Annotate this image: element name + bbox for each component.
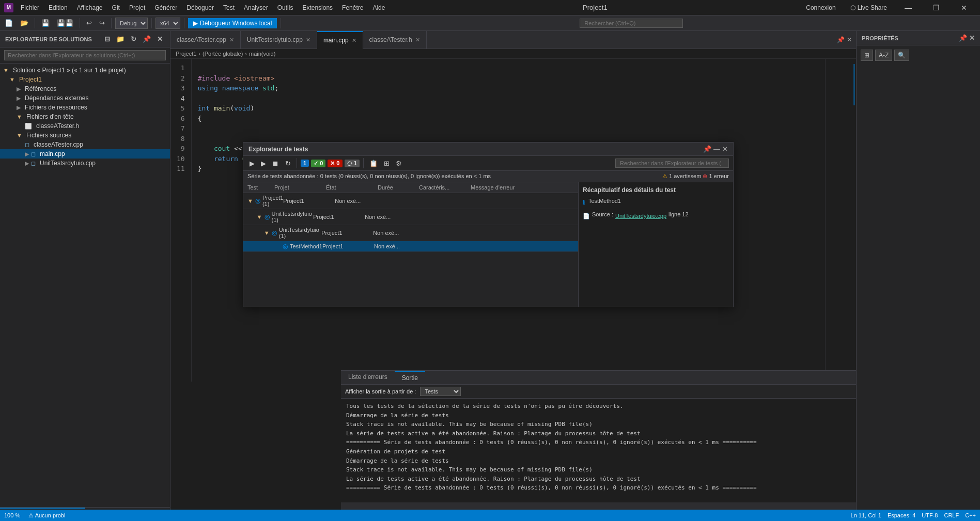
sidebar-item-resources[interactable]: ▶ Fichiers de ressources [0, 103, 170, 112]
status-right-items: Ln 11, Col 1 Espaces: 4 UTF-8 CRLF C++ [851, 512, 976, 518]
menu-outils[interactable]: Outils [273, 2, 298, 13]
test-settings-button[interactable]: ⚙ [394, 159, 404, 168]
output-source-select[interactable]: Tests Générer Déboguer [420, 387, 461, 396]
test-explorer-minimize-icon[interactable]: — [713, 145, 720, 153]
breadcrumb-func[interactable]: main(void) [249, 51, 275, 57]
sidebar-item-sources[interactable]: ▼ Fichiers sources [0, 131, 170, 140]
properties-alpha-btn[interactable]: A-Z [875, 50, 892, 61]
run-selected-tests-button[interactable]: ▶ [259, 159, 268, 168]
test-explorer-close-icon[interactable]: ✕ [722, 145, 728, 153]
close-button[interactable]: ✕ [952, 0, 976, 15]
test-row-project1[interactable]: ▼ ◎ Project1 (1) Project1 Non exé... [243, 193, 578, 209]
refresh-tests-button[interactable]: ↻ [283, 159, 293, 168]
properties-categories-btn[interactable]: ⊞ [861, 50, 873, 61]
menu-affichage[interactable]: Affichage [73, 2, 107, 13]
run-all-tests-button[interactable]: ▶ [247, 159, 257, 168]
sidebar-search-input[interactable] [4, 50, 166, 60]
restore-button[interactable]: ❐ [924, 0, 948, 15]
menu-fichier[interactable]: Fichier [17, 2, 43, 13]
menu-git[interactable]: Git [108, 2, 124, 13]
tab-classeatester-cpp[interactable]: classeATester.cpp ✕ [170, 31, 241, 49]
tab-error-list[interactable]: Liste d'erreurs [341, 371, 395, 384]
status-lang[interactable]: C++ [965, 512, 976, 518]
classeatester-cpp-label: classeATester.cpp [34, 141, 83, 148]
tree-item-solution[interactable]: ▼ Solution « Project1 » (« 1 sur 1 de pr… [0, 66, 170, 75]
minimize-button[interactable]: — [896, 0, 920, 15]
expand-icon-sources: ▼ [17, 132, 22, 138]
undo-button[interactable]: ↩ [84, 18, 95, 28]
config-dropdown[interactable]: Debug [115, 18, 148, 29]
sidebar-header: Explorateur de solutions ⊟ 📁 ↻ 📌 ✕ [0, 31, 170, 48]
live-share-button[interactable]: ⬡ Live Share [845, 2, 892, 13]
menu-fenetre[interactable]: Fenêtre [338, 2, 367, 13]
sidebar-item-classeatester-h[interactable]: ⬜ classeATester.h [0, 121, 170, 131]
collapse-all-icon[interactable]: ⊟ [102, 34, 112, 44]
global-search-input[interactable] [580, 19, 683, 28]
tab-classeatester-h[interactable]: classeATester.h ✕ [363, 31, 427, 49]
menu-aide[interactable]: Aide [368, 2, 389, 13]
col-error: Message d'erreur [471, 184, 574, 191]
tab-output[interactable]: Sortie [395, 371, 425, 384]
tree-item-project[interactable]: ▼ Project1 [0, 75, 170, 84]
test-row-unitclass[interactable]: ▼ ◎ UnitTestsrdytuio (1) Project1 Non ex… [243, 209, 578, 225]
breadcrumb-project[interactable]: Project1 [176, 51, 196, 57]
close-main-cpp-icon[interactable]: ✕ [352, 37, 356, 44]
properties-pin-icon[interactable]: 📌 [959, 34, 967, 42]
menu-test[interactable]: Test [219, 2, 239, 13]
tab-main-cpp[interactable]: main.cpp ✕ [317, 31, 363, 49]
sidebar-item-classeatester-cpp[interactable]: ◻ classeATester.cpp [0, 140, 170, 149]
refresh-icon[interactable]: ↻ [129, 34, 138, 44]
tab-unittestsrdytuio-cpp[interactable]: UnitTestsrdytuio.cpp ✕ [241, 31, 317, 49]
menu-analyser[interactable]: Analyser [240, 2, 272, 13]
redo-button[interactable]: ↪ [97, 18, 107, 28]
menu-edition[interactable]: Edition [44, 2, 72, 13]
status-spaces[interactable]: Espaces: 4 [888, 512, 915, 518]
test-explorer-pin-icon[interactable]: 📌 [703, 145, 711, 153]
status-line-col[interactable]: Ln 11, Col 1 [851, 512, 881, 518]
expand-icon-ut: ▶ [25, 160, 29, 167]
status-zoom[interactable]: 100 % [4, 512, 20, 518]
close-classeatester-cpp-icon[interactable]: ✕ [229, 37, 234, 43]
new-file-button[interactable]: 📄 [2, 18, 15, 28]
menu-projet[interactable]: Projet [125, 2, 149, 13]
sidebar-item-references[interactable]: ▶ Références [0, 84, 170, 93]
menu-generer[interactable]: Générer [150, 2, 181, 13]
properties-close-icon[interactable]: ✕ [969, 34, 975, 42]
save-all-button[interactable]: 💾💾 [54, 18, 76, 28]
pin-tab-icon[interactable]: 📌 [837, 36, 845, 43]
platform-dropdown[interactable]: x64 [155, 18, 180, 29]
sidebar-item-main-cpp[interactable]: ▶ ◻ main.cpp [0, 149, 170, 159]
status-issues[interactable]: ⚠ Aucun probl [28, 512, 65, 519]
properties-search-icon[interactable]: 🔍 [894, 50, 909, 61]
sidebar-close-icon[interactable]: ✕ [155, 34, 165, 44]
test-row-testmethod1[interactable]: ◎ TestMethod1 Project1 Non exé... [243, 241, 578, 252]
connexion-button[interactable]: Connexion [801, 2, 841, 13]
detail-file-icon: 📄 [583, 213, 590, 219]
save-button[interactable]: 💾 [39, 18, 52, 28]
cancel-tests-button[interactable]: ⏹ [270, 159, 281, 168]
status-encoding[interactable]: UTF-8 [922, 512, 938, 518]
test-playlist-button[interactable]: 📋 [367, 159, 380, 168]
menu-deboguer[interactable]: Déboguer [182, 2, 218, 13]
test-group-button[interactable]: ⊞ [382, 159, 392, 168]
sidebar-item-unittests-cpp[interactable]: ▶ ◻ UnitTestsrdytuio.cpp [0, 159, 170, 168]
close-classeatester-h-icon[interactable]: ✕ [415, 37, 420, 43]
status-eol[interactable]: CRLF [944, 512, 959, 518]
test-search-input[interactable] [615, 159, 729, 168]
sidebar-item-headers[interactable]: ▼ Fichiers d'en-tête [0, 112, 170, 121]
open-button[interactable]: 📂 [18, 18, 31, 28]
horizontal-scrollbar[interactable] [341, 502, 856, 510]
test-detail-source-link[interactable]: UnitTestsrdytuio.cpp [615, 213, 666, 219]
pin-icon[interactable]: 📌 [141, 34, 153, 44]
start-debug-button[interactable]: ▶ Débogueur Windows local [188, 18, 277, 28]
sidebar-item-external-deps[interactable]: ▶ Dépendances externes [0, 93, 170, 103]
test-row-unitmethod-group[interactable]: ▼ ◎ UnitTestsrdytuio (1) Project1 Non ex… [243, 225, 578, 241]
breadcrumb-scope[interactable]: (Portée globale) [203, 51, 243, 57]
unittests-cpp-label: UnitTestsrdytuio.cpp [40, 160, 96, 167]
close-all-tabs-icon[interactable]: ✕ [847, 36, 852, 43]
close-unittests-icon[interactable]: ✕ [306, 37, 310, 43]
show-all-files-icon[interactable]: 📁 [114, 34, 127, 44]
line-6: 6 [177, 114, 185, 124]
menu-extensions[interactable]: Extensions [298, 2, 337, 13]
unitmethod-group-state: Non exé... [373, 230, 425, 236]
